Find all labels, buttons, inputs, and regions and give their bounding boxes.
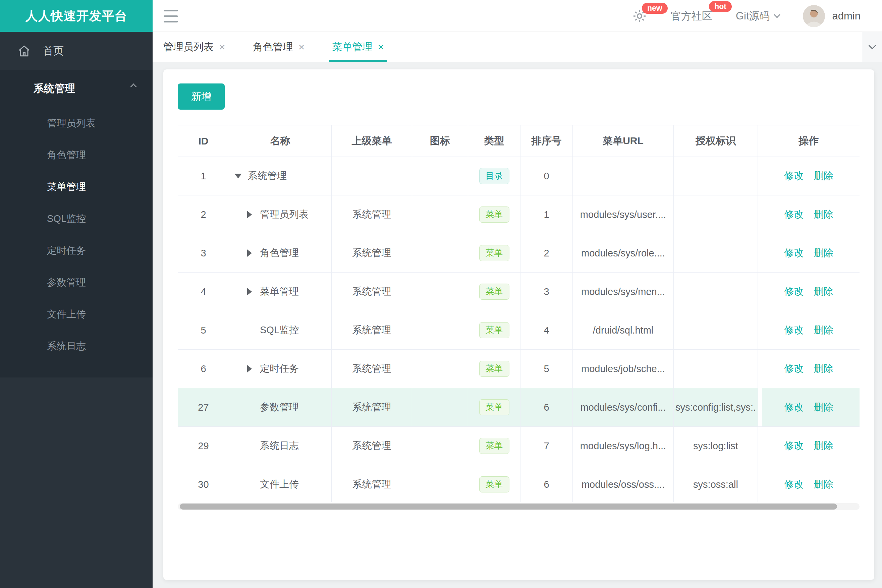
sidebar-item-label: 定时任务 [47,244,86,258]
edit-link[interactable]: 修改 [784,286,804,297]
sidebar-group-toggle[interactable]: 系统管理 [0,70,153,107]
cell-icon [412,427,468,465]
sidebar-item-7[interactable]: 系统日志 [0,330,153,362]
user-menu[interactable]: admin [803,5,861,27]
cell-menu-url: /druid/sql.html [573,311,674,350]
home-icon [17,44,32,58]
cell-icon [412,388,468,427]
cell-icon [412,195,468,234]
column-header-1: 名称 [229,125,332,157]
cell-menu-url: modules/oss/oss.... [573,465,674,502]
delete-link[interactable]: 删除 [814,248,833,258]
cell-actions: 修改删除 [758,234,860,273]
cell-order: 5 [520,350,573,388]
settings-button[interactable]: new [632,8,647,24]
edit-link[interactable]: 修改 [784,209,804,220]
sidebar-item-label: 角色管理 [47,148,86,162]
expand-row-icon[interactable] [247,288,252,296]
cell-name: 系统管理 [229,157,332,195]
cell-actions: 修改删除 [758,157,860,195]
close-tab-icon[interactable]: × [378,42,384,52]
close-tab-icon[interactable]: × [299,42,305,52]
cell-id: 1 [178,157,229,195]
sidebar-item-6[interactable]: 文件上传 [0,298,153,330]
type-badge: 菜单 [479,207,509,222]
sidebar-item-5[interactable]: 参数管理 [0,267,153,298]
column-header-4: 类型 [468,125,520,157]
tab-overflow-button[interactable] [862,32,882,62]
sidebar-item-label: 文件上传 [47,308,86,321]
delete-link[interactable]: 删除 [814,209,833,220]
edit-link[interactable]: 修改 [784,170,804,181]
edit-link[interactable]: 修改 [784,248,804,258]
delete-link[interactable]: 删除 [814,440,833,451]
sidebar-item-4[interactable]: 定时任务 [0,235,153,267]
sidebar-item-home[interactable]: 首页 [0,32,153,70]
cell-name: 文件上传 [229,465,332,502]
delete-link[interactable]: 删除 [814,402,833,412]
tab-2[interactable]: 菜单管理× [332,32,384,62]
sidebar: 首页 系统管理 管理员列表角色管理菜单管理SQL监控定时任务参数管理文件上传系统… [0,32,153,588]
collapse-row-icon[interactable] [234,174,242,178]
menu-name: SQL监控 [260,324,299,335]
cell-actions: 修改删除 [758,388,860,427]
sidebar-item-label: 菜单管理 [47,180,86,194]
add-button[interactable]: 新增 [178,84,225,110]
expand-row-icon[interactable] [247,249,252,257]
screen: 人人快速开发平台 new 官方社区 hot Git源码 [0,0,882,588]
column-header-5: 排序号 [520,125,573,157]
nav-community[interactable]: 官方社区 hot [671,9,712,23]
cell-id: 30 [178,465,229,502]
table-row: 5SQL监控系统管理菜单4/druid/sql.html修改删除 [178,311,860,350]
hot-badge: hot [709,1,732,12]
cell-name: 系统日志 [229,427,332,465]
cell-perms [674,311,758,350]
app-logo[interactable]: 人人快速开发平台 [0,0,153,32]
expand-row-icon[interactable] [247,211,252,218]
sidebar-item-label: SQL监控 [47,212,86,226]
sidebar-item-3[interactable]: SQL监控 [0,203,153,235]
cell-order: 1 [520,195,573,234]
cell-parent-menu: 系统管理 [332,234,412,273]
sidebar-item-0[interactable]: 管理员列表 [0,107,153,139]
hamburger-menu-icon[interactable] [164,10,178,22]
edit-link[interactable]: 修改 [784,440,804,451]
cell-order: 6 [520,388,573,427]
cell-parent-menu [332,157,412,195]
cell-type: 菜单 [468,311,520,350]
delete-link[interactable]: 删除 [814,170,833,181]
delete-link[interactable]: 删除 [814,363,833,374]
nav-git-source[interactable]: Git源码 [736,9,779,23]
sidebar-item-1[interactable]: 角色管理 [0,139,153,171]
cell-id: 29 [178,427,229,465]
cell-type: 菜单 [468,388,520,427]
chevron-up-icon [130,84,137,90]
menu-name: 参数管理 [260,402,299,412]
edit-link[interactable]: 修改 [784,479,804,489]
nav-git-label: Git源码 [736,9,770,23]
close-tab-icon[interactable]: × [219,42,225,52]
edit-link[interactable]: 修改 [784,324,804,335]
cell-type: 菜单 [468,465,520,502]
table-row: 27参数管理系统管理菜单6modules/sys/confi...sys:con… [178,388,860,427]
delete-link[interactable]: 删除 [814,479,833,489]
tab-0[interactable]: 管理员列表× [163,32,225,62]
horizontal-scrollbar[interactable] [178,503,859,510]
tab-1[interactable]: 角色管理× [253,32,305,62]
cell-order: 7 [520,427,573,465]
cell-menu-url: modules/job/sche... [573,350,674,388]
cell-parent-menu: 系统管理 [332,195,412,234]
cell-type: 菜单 [468,195,520,234]
table-wrap: ID名称上级菜单图标类型排序号菜单URL授权标识操作 1系统管理目录0修改删除2… [178,125,859,502]
cell-id: 4 [178,273,229,311]
sidebar-item-label: 系统日志 [47,340,86,353]
chevron-down-icon [868,42,876,50]
sidebar-item-2[interactable]: 菜单管理 [0,171,153,203]
scrollbar-thumb[interactable] [180,504,837,510]
edit-link[interactable]: 修改 [784,363,804,374]
delete-link[interactable]: 删除 [814,286,833,297]
new-badge: new [642,3,668,14]
delete-link[interactable]: 删除 [814,324,833,335]
edit-link[interactable]: 修改 [784,402,804,412]
expand-row-icon[interactable] [247,365,252,372]
